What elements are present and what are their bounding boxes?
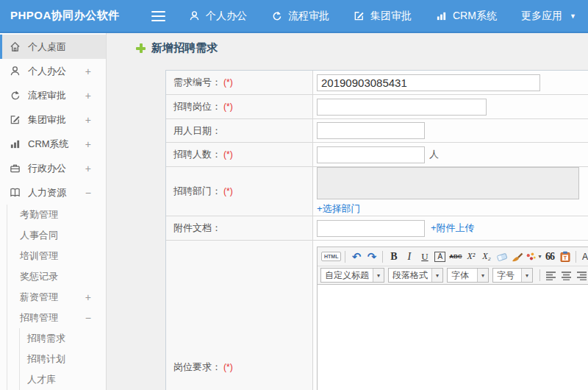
- department-textarea[interactable]: [317, 167, 579, 199]
- rich-text-editor: HTML ↶ ↷ B I U A ABC X² X₂: [317, 247, 588, 390]
- brush-icon: [512, 252, 523, 262]
- html-source-button[interactable]: HTML: [321, 252, 341, 261]
- eraser-button[interactable]: [495, 249, 509, 264]
- bold-button[interactable]: B: [387, 249, 401, 264]
- sidebar-item-desktop[interactable]: 个人桌面: [0, 35, 106, 59]
- main-content: 新增招聘需求 需求编号： (*) 招聘岗位： (*) 用人日期：: [107, 33, 588, 390]
- req-no-input[interactable]: [317, 74, 540, 91]
- expand-icon[interactable]: +: [85, 138, 91, 150]
- hr-submenu: 考勤管理 人事合同 培训管理 奖惩记录 薪资管理 + 招聘管理 − 招聘需求: [7, 205, 106, 390]
- sidebar-item-workflow-approval[interactable]: 流程审批 +: [0, 83, 106, 107]
- nav-group-approval[interactable]: 集团审批: [354, 10, 412, 23]
- font-family-dropdown[interactable]: 字体 ▾: [447, 268, 489, 283]
- chevron-down-icon: ▾: [373, 269, 384, 282]
- sidebar-item-hr-contract[interactable]: 人事合同: [7, 225, 106, 246]
- expand-icon[interactable]: +: [85, 90, 91, 102]
- field-label: 招聘岗位：: [173, 100, 221, 113]
- upload-attachment-link[interactable]: +附件上传: [431, 221, 475, 235]
- underline-button[interactable]: U: [417, 249, 431, 264]
- align-right-button[interactable]: [575, 268, 588, 283]
- nav-label: CRM系统: [453, 10, 497, 23]
- chevron-down-icon: ▾: [431, 269, 442, 282]
- expand-icon[interactable]: +: [85, 65, 91, 77]
- sidebar-item-training[interactable]: 培训管理: [7, 246, 106, 266]
- color-palette-button[interactable]: ▾: [526, 249, 541, 264]
- sidebar-item-crm[interactable]: CRM系统 +: [0, 132, 106, 156]
- page-title: 新增招聘需求: [136, 41, 218, 55]
- menu-toggle-icon[interactable]: [151, 8, 165, 24]
- custom-title-dropdown[interactable]: 自定义标题 ▾: [320, 268, 384, 283]
- align-left-icon: [545, 271, 556, 280]
- sidebar-item-recruitment[interactable]: 招聘管理 −: [7, 308, 106, 328]
- top-nav-menu: 个人办公 流程审批 集团审批 CRM系统 更多应用 ▼: [189, 10, 576, 23]
- align-center-button[interactable]: [559, 268, 573, 283]
- sidebar-item-talent-pool[interactable]: 人才库: [20, 369, 106, 390]
- collapse-icon[interactable]: −: [85, 187, 91, 199]
- sidebar-item-recruit-plan[interactable]: 招聘计划: [20, 349, 106, 369]
- nav-label: 更多应用: [521, 10, 562, 23]
- caret-down-icon: ▼: [570, 13, 576, 20]
- format-brush-button[interactable]: [510, 249, 524, 264]
- nav-label: 集团审批: [370, 10, 412, 23]
- briefcase-icon: [9, 163, 21, 174]
- field-label: 需求编号：: [173, 76, 221, 89]
- expand-icon[interactable]: +: [85, 163, 91, 174]
- nav-crm-system[interactable]: CRM系统: [436, 10, 497, 23]
- strikethrough-button[interactable]: ABC: [448, 249, 462, 264]
- workflow-icon: [271, 10, 282, 21]
- align-left-button[interactable]: [544, 268, 558, 283]
- select-department-link[interactable]: +选择部门: [317, 202, 361, 216]
- field-label: 招聘部门：: [173, 185, 221, 198]
- form-row-position: 招聘岗位： (*): [166, 95, 588, 119]
- sidebar-item-personal-office[interactable]: 个人办公 +: [0, 59, 106, 83]
- editor-content-area[interactable]: [317, 285, 588, 390]
- sidebar-label: 人才库: [27, 373, 56, 386]
- sidebar-label: 考勤管理: [20, 208, 58, 221]
- sidebar-item-group-approval[interactable]: 集团审批 +: [0, 107, 106, 132]
- sidebar-label: 招聘管理: [20, 311, 58, 325]
- nav-workflow-approval[interactable]: 流程审批: [271, 10, 329, 23]
- nav-label: 个人办公: [206, 10, 247, 23]
- sidebar-label: 招聘需求: [27, 332, 65, 345]
- font-size-dropdown[interactable]: 字号 ▾: [492, 268, 533, 283]
- svg-text:T: T: [564, 255, 567, 260]
- nav-personal-office[interactable]: 个人办公: [189, 10, 247, 23]
- sidebar-item-recruit-demand[interactable]: 招聘需求: [20, 328, 106, 349]
- sidebar-item-rewards[interactable]: 奖惩记录: [7, 266, 106, 287]
- sidebar-label: CRM系统: [28, 138, 69, 151]
- sidebar-item-attendance[interactable]: 考勤管理: [7, 205, 106, 225]
- redo-button[interactable]: ↷: [365, 249, 379, 264]
- paragraph-format-dropdown[interactable]: 段落格式 ▾: [388, 268, 443, 283]
- headcount-input[interactable]: [317, 146, 425, 163]
- app-logo: PHPOA协同办公软件: [0, 9, 131, 23]
- form-row-date: 用人日期：: [166, 119, 588, 143]
- position-input[interactable]: [317, 99, 487, 116]
- caret-down-icon: ▾: [538, 253, 541, 260]
- nav-more-apps[interactable]: 更多应用 ▼: [521, 10, 576, 23]
- editor-toolbar: HTML ↶ ↷ B I U A ABC X² X₂: [317, 247, 588, 285]
- italic-button[interactable]: I: [402, 249, 416, 264]
- hire-date-input[interactable]: [317, 122, 425, 139]
- paste-button[interactable]: T: [558, 249, 572, 264]
- subscript-button[interactable]: X₂: [479, 249, 493, 264]
- attachment-input[interactable]: [317, 220, 425, 237]
- bar-chart-icon: [9, 138, 21, 149]
- field-label: 岗位要求：: [173, 361, 221, 374]
- page-title-text: 新增招聘需求: [151, 41, 218, 55]
- undo-button[interactable]: ↶: [349, 249, 363, 264]
- sidebar-item-salary[interactable]: 薪资管理 +: [7, 287, 106, 308]
- sidebar-label: 人力资源: [28, 186, 66, 199]
- superscript-button[interactable]: X²: [464, 249, 478, 264]
- sidebar-item-admin-office[interactable]: 行政办公 +: [0, 156, 106, 180]
- collapse-icon[interactable]: −: [85, 312, 91, 324]
- expand-icon[interactable]: +: [85, 291, 91, 303]
- blockquote-button[interactable]: 66: [542, 249, 556, 264]
- editor-toolbar-row1: HTML ↶ ↷ B I U A ABC X² X₂: [318, 247, 588, 266]
- font-style-button[interactable]: A: [434, 252, 445, 262]
- font-color-button[interactable]: A ▾: [580, 249, 588, 264]
- home-icon: [9, 41, 21, 52]
- clipboard-icon: T: [560, 251, 570, 262]
- expand-icon[interactable]: +: [85, 114, 91, 126]
- sidebar-item-hr[interactable]: 人力资源 −: [0, 180, 106, 205]
- field-label: 附件文档：: [173, 221, 221, 235]
